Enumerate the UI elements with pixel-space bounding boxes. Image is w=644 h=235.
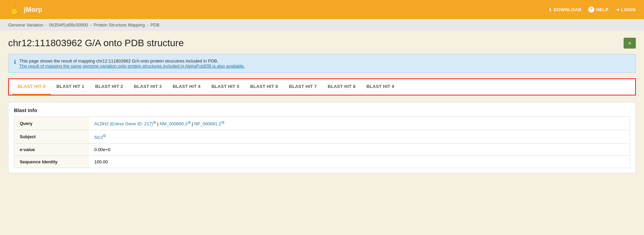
help-nav-item[interactable]: ? HELP: [588, 6, 609, 13]
download-icon: ⬇: [548, 7, 552, 12]
table-row-query: Query ALDH2 (Entrez Gene ID: 217)⧉ | NM_…: [14, 117, 630, 130]
tab-blast-hit-4[interactable]: BLAST HIT 4: [167, 79, 206, 95]
header-nav: ⬇ DOWNLOAD ? HELP ⇥ LOGIN: [548, 6, 636, 13]
query-value: ALDH2 (Entrez Gene ID: 217)⧉ | NM_000690…: [89, 117, 630, 130]
info-box: ℹ This page shows the result of mapping …: [8, 54, 636, 73]
svg-text:🖐: 🖐: [9, 4, 20, 15]
tab-blast-hit-2[interactable]: BLAST HIT 2: [90, 79, 128, 95]
tabs-wrapper: BLAST HIT 0 BLAST HIT 1 BLAST HIT 2 BLAS…: [8, 78, 636, 95]
table-row-sequence-identity: Sequence Identity 100.00: [14, 156, 630, 168]
login-label: LOGIN: [621, 7, 636, 12]
header-left: 🖐 jMorp: [8, 3, 42, 16]
subject-link[interactable]: 5l13⧉: [94, 135, 106, 140]
subject-label: Subject: [14, 130, 89, 143]
tab-blast-hit-8[interactable]: BLAST HIT 8: [322, 79, 361, 95]
ext-icon-aldh2: ⧉: [153, 120, 156, 124]
seqid-value: 100.00: [89, 156, 630, 168]
header: 🖐 jMorp ⬇ DOWNLOAD ? HELP ⇥ LOGIN: [0, 0, 644, 19]
blast-info-section: Blast info Query ALDH2 (Entrez Gene ID: …: [8, 102, 636, 173]
ext-icon-np: ⧉: [222, 120, 224, 124]
breadcrumb-item-genome-variation[interactable]: Genome Variation: [8, 22, 43, 28]
blast-info-table: Query ALDH2 (Entrez Gene ID: 217)⧉ | NM_…: [14, 116, 630, 168]
aldh2-link[interactable]: ALDH2 (Entrez Gene ID: 217)⧉: [94, 121, 156, 126]
tab-blast-hit-9[interactable]: BLAST HIT 9: [361, 79, 400, 95]
help-label: HELP: [596, 7, 609, 12]
table-row-subject: Subject 5l13⧉: [14, 130, 630, 143]
breadcrumb: Genome Variation › 06354ff1d08c00000 › P…: [0, 19, 644, 31]
breadcrumb-sep-1: ›: [46, 22, 47, 28]
tab-blast-hit-0[interactable]: BLAST HIT 0: [12, 79, 51, 95]
info-icon: ℹ: [14, 59, 16, 65]
page-title: chr12:111803962 G/A onto PDB structure: [8, 38, 184, 49]
breadcrumb-item-pdb[interactable]: PDB: [151, 22, 160, 28]
download-nav-item[interactable]: ⬇ DOWNLOAD: [548, 7, 582, 12]
breadcrumb-sep-3: ›: [147, 22, 148, 28]
nm-link[interactable]: NM_000690.3⧉: [160, 121, 191, 126]
login-icon: ⇥: [615, 7, 620, 12]
help-icon: ?: [588, 6, 594, 13]
tab-blast-hit-6[interactable]: BLAST HIT 6: [245, 79, 283, 95]
evalue-value: 0.00e+0: [89, 143, 630, 156]
seqid-label: Sequence Identity: [14, 156, 89, 168]
ext-icon-subject: ⧉: [103, 133, 106, 138]
info-box-content: This page shows the result of mapping ch…: [19, 58, 245, 69]
breadcrumb-item-id[interactable]: 06354ff1d08c00000: [49, 22, 88, 28]
ext-icon-nm: ⧉: [188, 120, 191, 124]
menu-button[interactable]: ≡: [624, 38, 636, 49]
breadcrumb-sep-2: ›: [90, 22, 91, 28]
query-label: Query: [14, 117, 89, 130]
breadcrumb-item-protein[interactable]: Protein Structure Mapping: [93, 22, 145, 28]
tab-blast-hit-3[interactable]: BLAST HIT 3: [128, 79, 167, 95]
evalue-label: e-value: [14, 143, 89, 156]
login-nav-item[interactable]: ⇥ LOGIN: [615, 7, 636, 12]
tab-blast-hit-7[interactable]: BLAST HIT 7: [283, 79, 322, 95]
tab-blast-hit-5[interactable]: BLAST HIT 5: [206, 79, 245, 95]
tabs-box: BLAST HIT 0 BLAST HIT 1 BLAST HIT 2 BLAS…: [8, 78, 636, 95]
app-name: jMorp: [24, 6, 42, 14]
download-label: DOWNLOAD: [554, 7, 581, 12]
title-row: chr12:111803962 G/A onto PDB structure ≡: [8, 38, 636, 49]
table-row-evalue: e-value 0.00e+0: [14, 143, 630, 156]
np-link[interactable]: NP_000681.2⧉: [194, 121, 224, 126]
info-box-line1: This page shows the result of mapping ch…: [19, 58, 218, 64]
alphafold-link[interactable]: The result of mapping the same genome va…: [19, 64, 245, 69]
tab-blast-hit-1[interactable]: BLAST HIT 1: [51, 79, 90, 95]
blast-info-title: Blast info: [14, 107, 630, 113]
main-content: chr12:111803962 G/A onto PDB structure ≡…: [0, 31, 644, 180]
jmorp-logo-icon: 🖐: [8, 3, 20, 16]
subject-value: 5l13⧉: [89, 130, 630, 143]
query-sep-1: |: [157, 121, 160, 126]
